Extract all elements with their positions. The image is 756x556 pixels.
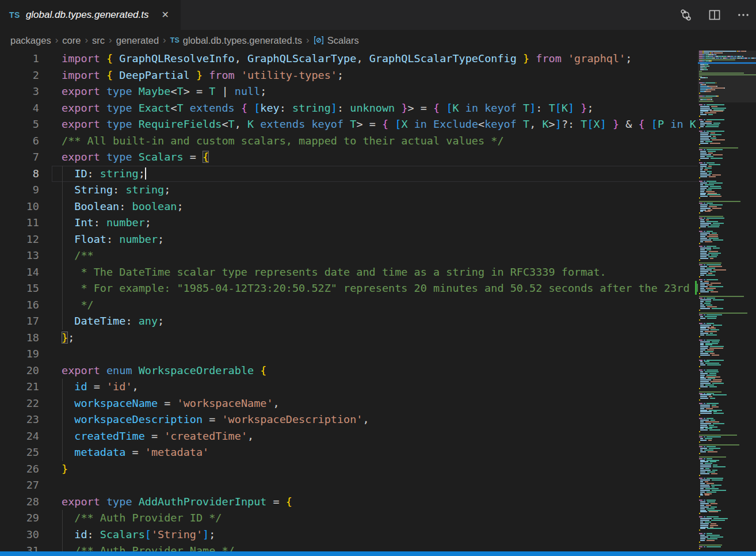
code-line[interactable] — [62, 477, 698, 494]
code-token: GraphQLScalarTypeConfig — [369, 52, 517, 64]
code-line[interactable]: workspaceName = 'workspaceName', — [62, 395, 698, 412]
more-actions-icon[interactable] — [736, 8, 750, 22]
code-line[interactable]: id: Scalars['String']; — [62, 527, 698, 543]
line-number[interactable]: 22 — [0, 395, 39, 412]
code-token: ; — [158, 233, 164, 245]
line-number[interactable]: 27 — [0, 477, 39, 494]
line-number[interactable]: 18 — [0, 330, 39, 346]
line-number[interactable]: 5 — [0, 116, 39, 133]
breadcrumb-item-generated[interactable]: generated — [116, 35, 159, 46]
minimap[interactable] — [698, 51, 756, 551]
code-line[interactable]: metadata = 'metadata' — [62, 444, 698, 461]
minimap-line — [705, 141, 712, 142]
code-line[interactable]: export type Exact<T extends { [key: stri… — [62, 100, 698, 117]
code-line[interactable]: DateTime: any; — [62, 313, 698, 330]
line-number[interactable]: 28 — [0, 494, 39, 511]
code-line[interactable]: workspaceDescription = 'workspaceDescrip… — [62, 412, 698, 428]
compare-changes-icon[interactable] — [679, 8, 693, 22]
line-number[interactable]: 25 — [0, 444, 39, 461]
minimap-line — [699, 544, 722, 546]
code-token: [ — [555, 102, 562, 114]
line-number[interactable]: 17 — [0, 313, 39, 330]
code-token — [100, 118, 106, 130]
breadcrumb-item-scalars[interactable]: Scalars — [314, 35, 359, 46]
line-number[interactable]: 8 — [0, 166, 39, 182]
line-number[interactable]: 20 — [0, 363, 39, 379]
code-line[interactable]: */ — [62, 297, 698, 314]
minimap-line — [700, 408, 704, 409]
code-line[interactable]: /** Auth Provider ID */ — [62, 510, 698, 527]
line-number[interactable]: 4 — [0, 100, 39, 117]
code-line[interactable]: Boolean: boolean; — [62, 199, 698, 215]
line-number[interactable]: 26 — [0, 461, 39, 478]
breadcrumb-item-global-db-types-generated-ts[interactable]: TSglobal.db.types.generated.ts — [170, 35, 302, 46]
line-number[interactable]: 19 — [0, 346, 39, 363]
code-line[interactable]: export type Scalars = { — [62, 149, 698, 166]
code-token: | — [215, 85, 234, 97]
code-token — [478, 102, 484, 114]
code-line[interactable]: export type AddAuthProviderInput = { — [62, 494, 698, 511]
close-icon[interactable]: ✕ — [162, 10, 169, 20]
minimap-line — [712, 208, 721, 209]
minimap-line — [700, 329, 709, 330]
minimap-line — [704, 203, 706, 204]
code-token — [235, 102, 241, 114]
minimap-line — [707, 290, 713, 291]
minimap-line — [707, 501, 715, 502]
line-number[interactable]: 10 — [0, 199, 39, 215]
line-number[interactable]: 13 — [0, 247, 39, 264]
line-number[interactable]: 12 — [0, 231, 39, 248]
code-line[interactable]: * The DateTime scalar type represents da… — [62, 264, 698, 281]
code-line[interactable]: import { DeepPartial } from 'utility-typ… — [62, 67, 698, 84]
line-number[interactable]: 29 — [0, 510, 39, 527]
breadcrumb-item-packages[interactable]: packages — [10, 35, 51, 46]
code-line[interactable]: export enum WorkspaceOrderable { — [62, 363, 698, 379]
code-line[interactable]: Int: number; — [62, 215, 698, 231]
code-line[interactable]: export type Maybe<T> = T | null; — [62, 83, 698, 100]
line-number[interactable]: 14 — [0, 264, 39, 281]
minimap-line — [704, 323, 706, 324]
code-line[interactable]: * For example: "1985-04-12T23:20:50.52Z"… — [62, 280, 698, 297]
line-number[interactable]: 7 — [0, 149, 39, 166]
code-line[interactable]: } — [62, 461, 698, 478]
code-line[interactable]: createdTime = 'createdTime', — [62, 428, 698, 445]
code-line[interactable]: /** — [62, 247, 698, 264]
line-number[interactable]: 2 — [0, 67, 39, 84]
code-line[interactable] — [62, 346, 698, 363]
code-line[interactable]: }; — [62, 330, 698, 346]
code-line[interactable]: import { GraphQLResolveInfo, GraphQLScal… — [62, 51, 698, 67]
line-number[interactable]: 23 — [0, 412, 39, 428]
code-line[interactable]: Float: number; — [62, 231, 698, 248]
line-number[interactable]: 24 — [0, 428, 39, 445]
line-number[interactable]: 21 — [0, 379, 39, 395]
line-number[interactable]: 9 — [0, 182, 39, 199]
line-number[interactable]: 15 — [0, 280, 39, 297]
code-token — [100, 364, 106, 376]
code-token: ; — [164, 184, 170, 196]
line-number[interactable]: 11 — [0, 215, 39, 231]
indent-guide — [62, 166, 63, 182]
minimap-line — [699, 119, 702, 120]
minimap-line — [699, 542, 700, 543]
code-token — [517, 52, 523, 64]
line-number[interactable]: 30 — [0, 527, 39, 543]
code-token — [62, 430, 74, 442]
line-number[interactable]: 1 — [0, 51, 39, 67]
breadcrumb-item-core[interactable]: core — [62, 35, 81, 46]
code-line[interactable]: id = 'id', — [62, 379, 698, 395]
code-line[interactable]: String: string; — [62, 182, 698, 199]
split-editor-icon[interactable] — [708, 8, 721, 22]
line-number[interactable]: 6 — [0, 133, 39, 150]
code-line[interactable]: export type RequireFields<T, K extends k… — [62, 116, 698, 133]
code-token: = — [87, 380, 106, 393]
minimap-viewport[interactable] — [698, 51, 756, 102]
code-token: 'metadata' — [145, 446, 209, 458]
breadcrumb-item-src[interactable]: src — [92, 35, 105, 46]
minimap-line — [700, 535, 705, 536]
line-number[interactable]: 3 — [0, 83, 39, 100]
minimap-line — [708, 226, 719, 227]
line-number[interactable]: 16 — [0, 297, 39, 314]
tab-active[interactable]: TS global.db.types.generated.ts ✕ — [0, 0, 181, 30]
code-line[interactable]: /** All built-in and custom scalars, map… — [62, 133, 698, 150]
minimap-line — [699, 456, 726, 458]
